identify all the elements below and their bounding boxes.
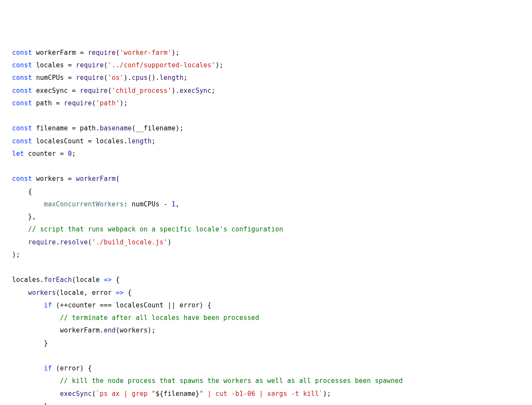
code-token: ( <box>88 238 92 246</box>
code-token <box>12 238 28 246</box>
code-token: '../conf/supported-locales' <box>108 61 215 69</box>
code-token <box>12 377 60 385</box>
code-token: 'os' <box>108 74 124 82</box>
code-token: workers <box>28 289 56 297</box>
code-token: { <box>12 188 32 196</box>
code-token: , <box>176 200 180 208</box>
code-token: workers = <box>36 175 76 183</box>
code-token: ( <box>108 87 112 95</box>
code-token: (). <box>148 74 160 82</box>
code-line: // terminate after all locales have been… <box>12 312 520 324</box>
code-token: ${filename} <box>155 390 200 398</box>
code-token <box>12 390 60 398</box>
code-line: } <box>12 400 520 405</box>
code-token: (workers); <box>116 326 155 334</box>
code-token: numCPUs = <box>36 74 76 82</box>
code-token: cpus <box>132 74 148 82</box>
code-token: ); <box>120 99 127 107</box>
code-token: execSync = <box>36 87 80 95</box>
code-token: filename = path. <box>36 124 100 132</box>
code-token: { <box>112 276 120 284</box>
code-token: require <box>80 87 108 95</box>
code-token: => <box>116 289 124 297</box>
code-line: if (++counter === localesCount || error)… <box>12 299 520 312</box>
code-token: ; <box>184 74 187 82</box>
code-token: (locale <box>72 276 104 284</box>
code-line: const numCPUs = require('os').cpus().len… <box>12 72 520 84</box>
code-token: if <box>44 364 52 372</box>
code-token: resolve <box>60 238 88 246</box>
code-token: const <box>12 49 36 57</box>
code-token: }, <box>12 213 36 221</box>
code-token: length <box>128 137 152 145</box>
code-token: ); <box>323 390 331 398</box>
code-token: (__filename); <box>132 124 184 132</box>
code-token: const <box>12 87 36 95</box>
code-line: workerFarm.end(workers); <box>12 324 520 337</box>
code-line: const path = require('path'); <box>12 97 520 110</box>
code-token: { <box>124 289 132 297</box>
code-token: const <box>12 124 36 132</box>
code-token: workerFarm = <box>36 49 88 57</box>
code-token: 'path' <box>96 99 120 107</box>
code-line: }, <box>12 211 520 223</box>
code-token: : numCPUs - <box>124 200 171 208</box>
code-token: workerFarm <box>76 175 116 183</box>
code-token <box>12 314 60 322</box>
code-token: ). <box>124 74 132 82</box>
code-token: require <box>76 61 104 69</box>
code-line: locales.forEach(locale => { <box>12 274 520 286</box>
code-line: let counter = 0; <box>12 148 520 160</box>
code-line <box>12 110 520 122</box>
code-line: if (error) { <box>12 362 520 375</box>
code-token: execSync <box>180 87 212 95</box>
code-token: ) <box>168 238 171 246</box>
code-token: ); <box>171 49 179 57</box>
code-line: const workers = workerFarm( <box>12 173 520 185</box>
code-block: const workerFarm = require('worker-farm'… <box>12 47 520 405</box>
code-token: // terminate after all locales have been… <box>60 314 260 322</box>
code-line: } <box>12 337 520 350</box>
code-token: const <box>12 99 36 107</box>
code-token: const <box>12 137 36 145</box>
code-token: ); <box>12 251 20 259</box>
code-line: // script that runs webpack on a specifi… <box>12 223 520 236</box>
code-token: ( <box>92 390 96 398</box>
code-token: ); <box>215 61 223 69</box>
code-token: ( <box>104 61 108 69</box>
code-line <box>12 350 520 362</box>
code-token: ; <box>152 137 155 145</box>
code-token: const <box>12 61 36 69</box>
code-token: ( <box>116 49 120 57</box>
code-token: ; <box>72 150 76 158</box>
code-line: maxConcurrentWorkers: numCPUs - 1, <box>12 198 520 211</box>
code-token: " | cut -b1-06 | xargs -t kill` <box>200 390 323 398</box>
code-token <box>12 200 44 208</box>
code-token: path = <box>36 99 64 107</box>
code-token: forEach <box>44 276 72 284</box>
code-line: const locales = require('../conf/support… <box>12 59 520 72</box>
code-token: workerFarm. <box>12 326 104 334</box>
code-token <box>12 112 16 120</box>
code-line: { <box>12 186 520 198</box>
code-token: execSync <box>60 390 92 398</box>
code-token: const <box>12 175 36 183</box>
code-token: 'worker-farm' <box>120 49 171 57</box>
code-token <box>12 364 44 372</box>
code-token: (locale, error <box>56 289 116 297</box>
code-token: require <box>76 74 104 82</box>
code-token: (error) { <box>52 364 92 372</box>
code-token: locales. <box>12 276 44 284</box>
code-token <box>12 263 16 271</box>
code-line: const workerFarm = require('worker-farm'… <box>12 47 520 59</box>
code-line <box>12 261 520 274</box>
code-token: 'child_process' <box>112 87 171 95</box>
code-token <box>12 162 16 170</box>
code-token: ( <box>92 99 96 107</box>
code-token: // kill the node process that spawns the… <box>60 377 403 385</box>
code-token: // script that runs webpack on a specifi… <box>28 225 283 233</box>
code-token: require <box>88 49 116 57</box>
code-token: './build_locale.js' <box>92 238 168 246</box>
code-token: (++counter === localesCount || error) { <box>52 301 211 309</box>
code-token: ). <box>171 87 179 95</box>
